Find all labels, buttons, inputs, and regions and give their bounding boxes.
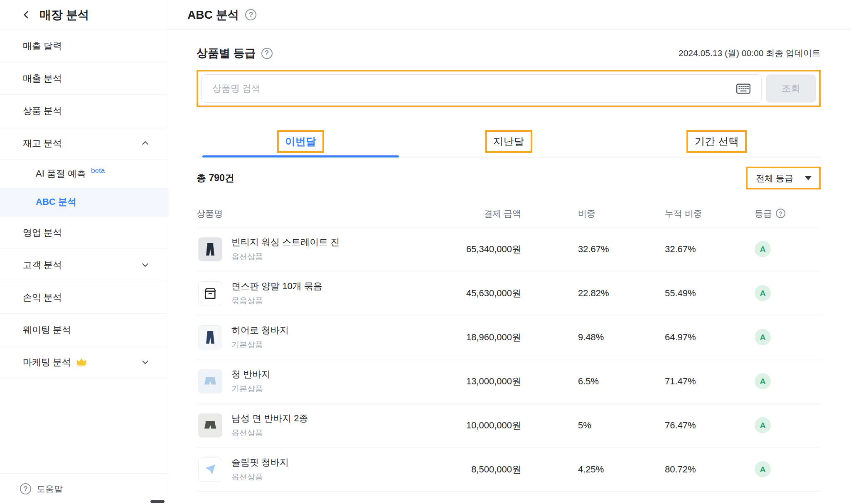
section-title: 상품별 등급 [197, 46, 256, 61]
product-thumbnail [198, 281, 222, 305]
product-cell: 빈티지 워싱 스트레이트 진 옵션상품 [197, 236, 453, 262]
keyboard-icon[interactable] [736, 84, 750, 94]
product-thumbnail [198, 325, 222, 349]
cumulative-percent: 55.49% [665, 288, 755, 299]
product-cell: 청 반바지 기본상품 [197, 368, 453, 394]
table-row[interactable]: 히어로 청바지 기본상품 18,960,000원 9.48% 64.97% A [197, 315, 821, 359]
sidebar-item-label: 마케팅 분석 [23, 356, 71, 369]
jeans-icon [203, 242, 218, 257]
section-title-row: 상품별 등급 ? 2024.05.13 (월) 00:00 최종 업데이트 [197, 45, 821, 61]
sidebar-item-abc-analysis[interactable]: ABC 분석 [0, 188, 168, 216]
product-name: 빈티지 워싱 스트레이트 진 [231, 236, 339, 248]
grade-cell: A [755, 461, 821, 477]
sidebar: 매장 분석 매출 달력 매출 분석 상품 분석 재고 분석 AI 품절 예측 b [0, 0, 168, 504]
table-row[interactable]: 슬림핏 청바지 옵션상품 8,500,000원 4.25% 80.72% A [197, 447, 821, 492]
sidebar-title: 매장 분석 [39, 7, 89, 23]
share-percent: 9.48% [578, 332, 665, 343]
total-count: 총 790건 [197, 172, 234, 184]
product-type: 옵션상품 [231, 472, 289, 482]
period-tabs: 이번달 지난달 기간 선택 [197, 126, 821, 157]
payment-amount: 18,960,000원 [453, 331, 578, 344]
sidebar-item-inventory-analysis[interactable]: 재고 분석 [0, 127, 168, 160]
table-row[interactable]: 청 반바지 기본상품 13,000,000원 6.5% 71.47% A [197, 359, 821, 403]
search-area-highlight: 조회 [197, 70, 821, 107]
page-header: ABC 분석 ? [168, 0, 851, 30]
grade-cell: A [755, 285, 821, 301]
sidebar-item-customer-analysis[interactable]: 고객 분석 [0, 249, 168, 281]
cumulative-percent: 64.97% [665, 332, 755, 343]
product-cell: 슬림핏 청바지 옵션상품 [197, 456, 453, 482]
help-button[interactable]: ? 도움말 [0, 473, 168, 504]
product-grade-table: 상품명 결제 금액 비중 누적 비중 등급 ? [197, 200, 821, 492]
sidebar-item-label: 손익 분석 [23, 291, 62, 304]
product-thumbnail [198, 457, 222, 482]
grade-filter-highlight: 전체 등급 [746, 167, 821, 189]
product-type: 옵션상품 [231, 428, 308, 438]
table-row[interactable]: 빈티지 워싱 스트레이트 진 옵션상품 65,340,000원 32.67% 3… [197, 227, 821, 271]
product-type: 묶음상품 [231, 295, 322, 306]
sidebar-item-sales-analysis[interactable]: 매출 분석 [0, 62, 168, 95]
tab-period-select[interactable]: 기간 선택 [612, 126, 821, 157]
back-button[interactable] [22, 10, 31, 20]
tab-highlight: 이번달 [277, 130, 324, 153]
grade-badge: A [755, 417, 771, 433]
tab-highlight: 지난달 [485, 130, 532, 153]
chevron-down-icon [141, 358, 150, 366]
grade-badge: A [755, 285, 771, 301]
scrollbar-thumb[interactable] [150, 500, 165, 503]
sidebar-item-waiting-analysis[interactable]: 웨이팅 분석 [0, 314, 168, 346]
tab-last-month[interactable]: 지난달 [405, 126, 613, 157]
share-percent: 4.25% [578, 464, 665, 475]
search-submit-button[interactable]: 조회 [766, 74, 816, 103]
last-updated: 2024.05.13 (월) 00:00 최종 업데이트 [679, 47, 821, 59]
search-input[interactable] [212, 83, 729, 94]
product-thumbnail [198, 413, 222, 438]
table-row[interactable]: 면스판 양말 10개 묶음 묶음상품 45,630,000원 22.82% 55… [197, 271, 821, 315]
sidebar-item-marketing-analysis[interactable]: 마케팅 분석 [0, 346, 168, 379]
cumulative-percent: 71.47% [665, 376, 755, 387]
share-percent: 22.82% [578, 288, 665, 299]
table-header-name: 상품명 [197, 208, 453, 219]
product-name: 면스판 양말 10개 묶음 [231, 280, 322, 293]
sidebar-item-operations-analysis[interactable]: 영업 분석 [0, 216, 168, 249]
list-meta-row: 총 790건 전체 등급 [197, 167, 821, 189]
search-box[interactable] [201, 74, 762, 103]
chevron-down-icon [141, 261, 150, 269]
app-window: 매장 분석 매출 달력 매출 분석 상품 분석 재고 분석 AI 품절 예측 b [0, 0, 851, 504]
page-title: ABC 분석 [187, 7, 239, 23]
table-header-grade: 등급 ? [755, 208, 821, 219]
sidebar-item-sales-calendar[interactable]: 매출 달력 [0, 30, 168, 62]
grade-cell: A [755, 417, 821, 433]
content: 상품별 등급 ? 2024.05.13 (월) 00:00 최종 업데이트 조회… [168, 30, 851, 492]
grade-badge: A [755, 373, 771, 389]
table-row[interactable]: 남성 면 반바지 2종 옵션상품 10,000,000원 5% 76.47% A [197, 403, 821, 447]
tab-this-month[interactable]: 이번달 [197, 126, 405, 157]
grade-help-icon[interactable]: ? [776, 209, 785, 218]
sidebar-item-label: AI 품절 예측 [36, 167, 86, 180]
sidebar-item-profit-analysis[interactable]: 손익 분석 [0, 281, 168, 314]
grade-filter-select[interactable]: 전체 등급 [748, 168, 819, 188]
shorts-icon [203, 418, 218, 433]
sidebar-subgroup-inventory: AI 품절 예측 beta ABC 분석 [0, 160, 168, 216]
crown-icon [76, 358, 87, 367]
sidebar-item-ai-stockout-prediction[interactable]: AI 품절 예측 beta [0, 160, 168, 188]
product-name: 슬림핏 청바지 [231, 456, 289, 469]
product-thumbnail [198, 237, 222, 261]
payment-amount: 10,000,000원 [453, 419, 578, 432]
product-name: 남성 면 반바지 2종 [231, 412, 308, 425]
help-label: 도움말 [37, 483, 63, 495]
chevron-left-icon [22, 10, 31, 20]
payment-amount: 13,000,000원 [453, 375, 578, 388]
product-cell: 히어로 청바지 기본상품 [197, 324, 453, 350]
page-help-icon[interactable]: ? [245, 9, 256, 20]
cumulative-percent: 32.67% [665, 244, 755, 255]
product-type: 기본상품 [231, 339, 289, 350]
chevron-up-icon [141, 139, 150, 148]
payment-amount: 65,340,000원 [453, 243, 578, 256]
product-name: 청 반바지 [231, 368, 271, 381]
help-icon: ? [20, 483, 31, 494]
caret-down-icon [805, 176, 812, 180]
section-help-icon[interactable]: ? [261, 48, 273, 59]
shorts-icon [203, 374, 218, 389]
sidebar-item-product-analysis[interactable]: 상품 분석 [0, 95, 168, 127]
